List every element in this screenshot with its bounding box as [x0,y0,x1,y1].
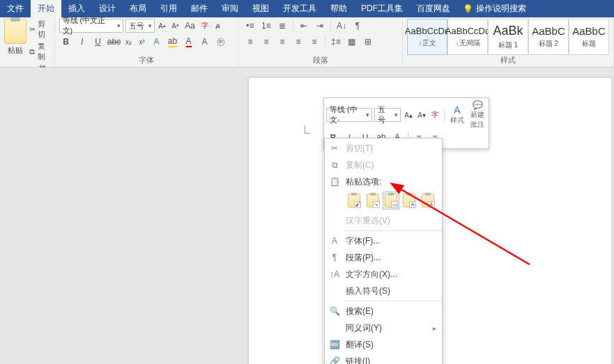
tab-developer[interactable]: 开发工具 [276,0,323,17]
group-font: 等线 (中文正文) 五号 A▴ A▾ Aa 字 A̷ B I U abc x₂ … [55,17,239,67]
paste-use-destination-theme[interactable]: A [420,191,436,209]
paste-label[interactable]: 粘贴 [8,45,23,56]
paste-merge-formatting[interactable]: ↘ [364,191,381,209]
align-left-button[interactable]: ≡ [243,35,257,49]
font-icon: A [329,235,340,246]
shrink-font-button[interactable]: A▾ [170,19,181,33]
copy-button[interactable]: ⧉复制 [29,41,50,62]
font-name-combo[interactable]: 等线 (中文正文) [59,19,123,33]
line-spacing-button[interactable]: ‡≡ [329,35,343,49]
underline-button[interactable]: U [91,35,105,49]
multilevel-list-button[interactable]: ≣ [275,19,289,33]
tell-me-placeholder: 操作说明搜索 [476,3,526,15]
tab-view[interactable]: 视图 [245,0,276,17]
phonetic-guide-button[interactable]: 字 [199,19,210,33]
tab-layout[interactable]: 布局 [123,0,153,17]
text-badge-icon: A [409,201,416,208]
justify-button[interactable]: ≡ [291,35,305,49]
mt-font-name-combo[interactable]: 等线 (中文· [326,108,372,122]
text-effects-button[interactable]: A [150,35,164,49]
paste-keep-text-only[interactable]: A [401,191,417,209]
grow-font-button[interactable]: A▴ [157,19,168,33]
copy-icon: ⧉ [329,159,340,171]
group-clipboard: 粘贴 ✂剪切 ⧉复制 🖌格式刷 剪贴板 [0,17,55,67]
arrow-badge-icon: ↘ [373,201,380,208]
text-cursor [305,125,310,134]
numbering-button[interactable]: 1≡ [259,19,273,33]
scissors-icon: ✂ [29,25,36,33]
distributed-button[interactable]: ≡ [307,35,321,49]
search-icon: 🔍 [329,306,340,317]
sort-button[interactable]: A↓ [335,19,348,33]
ctx-font[interactable]: A字体(F)... [325,232,442,249]
shading-button[interactable]: ▦ [345,35,359,49]
tab-mailings[interactable]: 邮件 [184,0,215,17]
bullets-button[interactable]: •≡ [243,19,257,33]
mt-grow-font[interactable]: A▴ [403,108,414,122]
style-heading-2[interactable]: AaBbC标题 2 [528,19,569,55]
mt-styles-button[interactable]: A 样式 [448,104,466,125]
tab-home[interactable]: 开始 [31,0,61,17]
context-menu: ✂剪切(T) ⧉复制(C) 📋粘贴选项: 🖌 ↘ ▭ A A 汉字重选(V) A… [324,138,443,364]
chevron-right-icon: ▸ [433,324,436,332]
ctx-paragraph[interactable]: ¶段落(P)... [325,249,442,266]
bold-button[interactable]: B [59,35,73,49]
clear-formatting-button[interactable]: A̷ [213,19,224,33]
ctx-paste-options-header: 📋粘贴选项: [325,173,442,190]
text-badge-icon-2: A [428,201,435,208]
mt-font-size-combo[interactable]: 五号 [374,108,401,122]
styles-icon: A [454,104,460,116]
ctx-text-direction[interactable]: ↕A文字方向(X)... [325,266,442,283]
style-title[interactable]: AaBbC标题 [569,19,609,55]
align-right-button[interactable]: ≡ [275,35,289,49]
ctx-search[interactable]: 🔍搜索(E) [325,303,442,319]
highlight-button[interactable]: ab [166,35,180,49]
style-heading-1[interactable]: AaBk标题 1 [488,19,528,55]
enclose-characters-button[interactable]: ㊥ [214,35,228,49]
tab-baidu-netdisk[interactable]: 百度网盘 [410,0,457,17]
scissors-icon: ✂ [329,143,340,154]
borders-button[interactable]: ⊞ [361,35,375,49]
change-case-button[interactable]: Aa [183,19,197,33]
ctx-synonyms[interactable]: 同义词(Y)▸ [325,319,442,336]
ctx-insert-symbol[interactable]: 插入符号(S) [325,283,442,299]
lightbulb-icon: 💡 [463,4,473,14]
ctx-translate[interactable]: 🔤翻译(S) [325,336,442,353]
strikethrough-button[interactable]: abc [107,35,121,49]
align-center-button[interactable]: ≡ [259,35,273,49]
tab-file[interactable]: 文件 [0,0,31,17]
mt-phonetic[interactable]: 字 [429,108,440,122]
character-shading-button[interactable]: A [198,35,212,49]
tab-review[interactable]: 审阅 [215,0,245,17]
tell-me-search[interactable]: 💡 操作说明搜索 [457,0,532,17]
paste-picture[interactable]: ▭ [383,191,399,209]
group-styles: AaBbCcDd↓正文 AaBbCcDd↓无间隔 AaBk标题 1 AaBbC标… [403,17,614,67]
tab-help[interactable]: 帮助 [323,0,354,17]
font-size-combo[interactable]: 五号 [125,19,155,33]
mt-new-comment-button[interactable]: 💬 新建 批注 [468,100,486,129]
tab-pdf-tools[interactable]: PDF工具集 [354,0,410,17]
group-paragraph: •≡ 1≡ ≣ ⇤ ⇥ A↓ ¶ ≡ ≡ ≡ ≡ ≡ ‡≡ ▦ ⊞ [239,17,403,67]
mt-shrink-font[interactable]: A▾ [416,108,427,122]
decrease-indent-button[interactable]: ⇤ [297,19,311,33]
paragraph-icon: ¶ [329,252,340,263]
tab-references[interactable]: 引用 [153,0,184,17]
font-color-button[interactable]: A [182,35,196,49]
show-marks-button[interactable]: ¶ [351,19,364,33]
paste-button[interactable] [4,19,26,44]
clipboard-icon: 📋 [329,176,340,187]
style-no-spacing[interactable]: AaBbCcDd↓无间隔 [447,19,488,55]
paste-keep-source-formatting[interactable]: 🖌 [346,191,362,209]
copy-icon: ⧉ [29,47,36,56]
paste-options-row: 🖌 ↘ ▭ A A [325,190,442,212]
link-icon: 🔗 [329,356,340,364]
italic-button[interactable]: I [75,35,89,49]
ctx-cut: ✂剪切(T) [325,140,442,157]
increase-indent-button[interactable]: ⇥ [313,19,327,33]
cut-button[interactable]: ✂剪切 [29,19,50,40]
superscript-button[interactable]: x² [137,35,148,49]
style-normal[interactable]: AaBbCcDd↓正文 [407,19,447,55]
subscript-button[interactable]: x₂ [123,35,135,49]
document-area [0,68,614,364]
ctx-link[interactable]: 🔗链接(I) [325,353,442,364]
